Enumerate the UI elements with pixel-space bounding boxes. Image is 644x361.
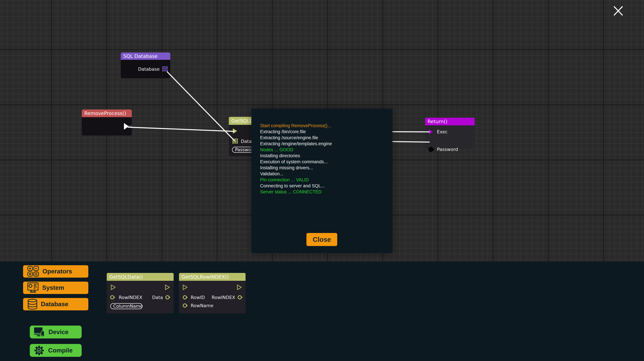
compile-log-modal: Start compiling RemoveProcess()... Extra…	[252, 109, 392, 253]
exec-input-pin-icon[interactable]	[183, 285, 188, 290]
log-line: Server status ... CONNECTED	[260, 189, 332, 195]
node-body	[82, 117, 132, 136]
database-grid-pin-icon[interactable]	[232, 139, 238, 144]
compile-log: Start compiling RemoveProcess()... Extra…	[260, 123, 332, 195]
database-icon	[28, 299, 38, 310]
category-system-button[interactable]: System	[23, 282, 88, 294]
system-icon	[28, 283, 39, 293]
category-database-button[interactable]: Database	[23, 298, 88, 310]
pin-label-database: Database	[138, 66, 160, 72]
node-header: GetSQLData()	[107, 273, 174, 281]
close-button[interactable]: Close	[306, 233, 337, 246]
operators-icon	[28, 266, 39, 277]
node-header: GetSQLRowINDEX()	[179, 273, 246, 281]
blueprint-editor: SQL Database Database RemoveProcess()	[0, 0, 644, 361]
log-line: Execution of system commands...	[260, 159, 332, 165]
node-sql-database[interactable]: SQL Database Database	[121, 52, 170, 78]
log-line: Connecting to server and SQL...	[260, 183, 332, 189]
pin-label-rowindex: RowINDEX	[119, 295, 142, 300]
compile-icon	[34, 346, 44, 356]
exec-output-pin-icon[interactable]	[124, 123, 132, 130]
log-line: Installing directories	[260, 153, 332, 159]
wire-getsql-to-return-password	[392, 142, 429, 142]
exec-input-pin-icon[interactable]	[111, 285, 116, 290]
node-header: Return()	[425, 118, 475, 125]
close-icon[interactable]	[614, 6, 623, 16]
node-body: Database	[121, 60, 170, 78]
log-line: Installing missing drivers...	[260, 165, 332, 171]
device-icon	[34, 328, 44, 337]
template-get-sql-row-index[interactable]: GetSQLRowINDEX() RowID RowINDEX	[179, 273, 246, 313]
node-title: GetSQLData()	[109, 274, 143, 280]
node-title: SQL Database	[123, 53, 158, 59]
data-input-pin-icon[interactable]	[428, 147, 434, 152]
template-get-sql-data[interactable]: GetSQLData() RowINDEX Data	[107, 273, 174, 313]
log-line: Extracting /bin/core.file	[260, 129, 332, 135]
pin-label-rowname: RowName	[191, 303, 214, 308]
pin-label-exec: Exec	[437, 129, 448, 134]
category-label: Database	[41, 301, 68, 308]
log-line: Extracting /source/engine.file	[260, 135, 332, 141]
exec-output-pin-icon[interactable]	[165, 285, 170, 290]
exec-output-pin-icon[interactable]	[237, 285, 242, 290]
log-line: Start compiling RemoveProcess()...	[260, 123, 332, 129]
category-operators-button[interactable]: Operators	[23, 265, 88, 278]
log-line: Pin connection ... VALID	[260, 177, 332, 183]
wire-exec-to-getsql	[128, 127, 234, 131]
wire-database-to-getsql	[167, 72, 235, 141]
pin-label-password: Password	[437, 147, 458, 152]
node-title: GetSQLRowINDEX()	[182, 274, 229, 280]
pin-label-rowindex: RowINDEX	[212, 295, 235, 300]
log-line: Validation...	[260, 171, 332, 177]
exec-input-pin-icon[interactable]	[428, 129, 433, 135]
node-title: Return()	[428, 119, 448, 124]
exec-input-pin-icon[interactable]	[232, 128, 238, 134]
node-body: Exec Password	[425, 125, 475, 149]
columnname-input[interactable]	[110, 303, 142, 309]
action-label: Device	[48, 329, 68, 336]
node-body: RowID RowINDEX RowName	[179, 281, 246, 313]
pin-label-data: Data	[152, 295, 163, 300]
pin-label-rowid: RowID	[191, 295, 205, 300]
node-return[interactable]: Return() Exec Password	[425, 118, 475, 149]
node-header: SQL Database	[121, 52, 170, 60]
node-body: RowINDEX Data	[107, 281, 174, 313]
category-label: System	[42, 284, 64, 291]
data-input-pin-icon[interactable]	[110, 295, 116, 300]
device-button[interactable]: Device	[30, 326, 82, 339]
palette-panel: Operators System	[0, 262, 644, 361]
action-label: Compile	[48, 347, 72, 354]
data-output-pin-icon[interactable]	[165, 295, 171, 300]
node-remove-process[interactable]: RemoveProcess()	[82, 109, 132, 136]
node-title: RemoveProcess()	[84, 110, 126, 116]
node-header: RemoveProcess()	[82, 109, 132, 117]
data-input-pin-icon[interactable]	[183, 303, 188, 308]
data-output-pin-icon[interactable]	[238, 295, 243, 300]
wire-getsql-to-return-exec	[392, 132, 429, 132]
log-line: Extracting /engine/templates.engine	[260, 141, 332, 147]
compile-button[interactable]: Compile	[30, 344, 82, 357]
category-label: Operators	[42, 268, 72, 275]
database-grid-pin-icon[interactable]	[162, 66, 168, 72]
data-input-pin-icon[interactable]	[183, 295, 188, 300]
log-line: Nodes ... GOOD	[260, 147, 332, 153]
